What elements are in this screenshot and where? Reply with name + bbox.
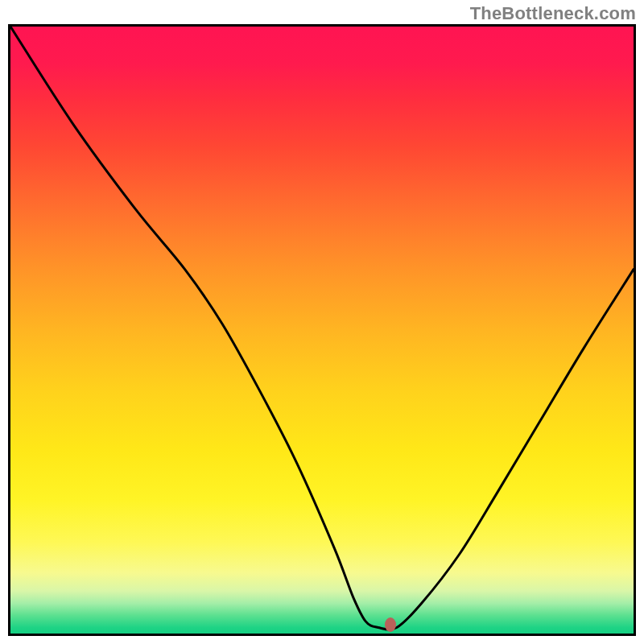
chart-stage: TheBottleneck.com [0,0,644,644]
watermark-text: TheBottleneck.com [470,3,636,24]
curve-path [10,27,634,630]
minimum-marker [385,617,396,632]
plot-frame [8,24,636,636]
bottleneck-curve [10,27,634,634]
